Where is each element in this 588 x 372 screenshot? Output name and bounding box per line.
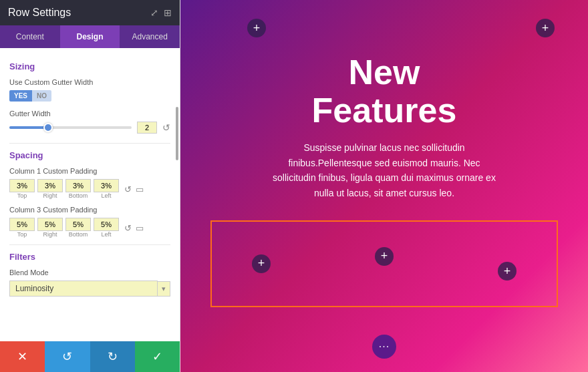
dots-menu-button[interactable]: ··· <box>372 335 396 359</box>
col1-pad-icons: ↺ ▭ <box>124 184 144 194</box>
toggle-no-button[interactable]: NO <box>32 90 51 102</box>
col3-top-label: Top <box>17 231 27 238</box>
tab-content[interactable]: Content <box>0 25 60 48</box>
panel-header: Row Settings ⤢ ⊞ <box>0 0 180 25</box>
divider-1 <box>9 143 170 144</box>
col1-bottom-cell: 3% Bottom <box>65 179 91 199</box>
custom-gutter-label: Use Custom Gutter Width <box>9 78 170 86</box>
col3-pad-icons: ↺ ▭ <box>124 223 144 233</box>
col1-top-label: Top <box>17 192 27 199</box>
blend-mode-select-row: Luminosity Normal Multiply Screen Overla… <box>9 281 170 297</box>
col3-top-box[interactable]: 5% <box>9 218 35 231</box>
plus-button-inner-right[interactable]: + <box>498 262 517 281</box>
redo-button[interactable]: ↻ <box>90 341 135 372</box>
col1-left-box[interactable]: 3% <box>94 179 119 192</box>
col3-bottom-label: Bottom <box>69 231 88 238</box>
col3-left-cell: 5% Left <box>94 218 119 238</box>
col3-right-cell: 5% Right <box>37 218 63 238</box>
col3-bottom-box[interactable]: 5% <box>65 218 91 231</box>
toggle-yes-button[interactable]: YES <box>9 90 32 102</box>
scroll-indicator <box>176 107 178 160</box>
plus-button-inner-center[interactable]: + <box>375 247 394 266</box>
plus-button-inner-left[interactable]: + <box>252 254 271 273</box>
select-arrow-icon: ▾ <box>158 281 170 297</box>
col1-device-icon[interactable]: ▭ <box>136 184 144 194</box>
spacing-title: Spacing <box>9 150 170 160</box>
hero-subtitle: Suspisse pulvinar lacus nec sollicitudin… <box>271 140 498 200</box>
col3-device-icon[interactable]: ▭ <box>136 223 144 233</box>
slider-thumb[interactable] <box>43 123 53 132</box>
col1-reset-icon[interactable]: ↺ <box>124 184 132 194</box>
sizing-section: Sizing Use Custom Gutter Width YES NO Gu… <box>9 61 170 134</box>
col1-right-cell: 3% Right <box>37 179 63 199</box>
tab-design[interactable]: Design <box>60 25 120 48</box>
col3-left-box[interactable]: 5% <box>94 218 119 231</box>
close-icon[interactable]: ⊞ <box>164 7 172 18</box>
divider-2 <box>9 244 170 245</box>
hero-text-block: NewFeatures Suspisse pulvinar lacus nec … <box>271 53 498 200</box>
col1-top-box[interactable]: 3% <box>9 179 35 192</box>
plus-button-top-right[interactable]: + <box>536 19 555 37</box>
hero-title: NewFeatures <box>271 53 498 130</box>
col1-right-label: Right <box>43 192 57 199</box>
col1-padding-label: Column 1 Custom Padding <box>9 167 170 175</box>
plus-button-top-left[interactable]: + <box>247 19 266 37</box>
spacing-section: Spacing Column 1 Custom Padding 3% Top 3… <box>9 150 170 238</box>
col3-right-label: Right <box>43 231 57 238</box>
col3-left-label: Left <box>101 231 111 238</box>
col1-right-box[interactable]: 3% <box>37 179 63 192</box>
sizing-title: Sizing <box>9 61 170 71</box>
col3-top-cell: 5% Top <box>9 218 35 238</box>
tab-advanced[interactable]: Advanced <box>120 25 180 48</box>
blend-mode-label: Blend Mode <box>9 268 170 276</box>
col1-left-label: Left <box>101 192 111 199</box>
col1-bottom-box[interactable]: 3% <box>65 179 91 192</box>
panel-body: Sizing Use Custom Gutter Width YES NO Gu… <box>0 48 180 341</box>
left-panel: Row Settings ⤢ ⊞ Content Design Advanced… <box>0 0 180 372</box>
col3-padding-label: Column 3 Custom Padding <box>9 206 170 214</box>
col1-left-cell: 3% Left <box>94 179 119 199</box>
gutter-slider-track[interactable] <box>9 126 132 129</box>
custom-gutter-toggle-row: YES NO <box>9 90 170 102</box>
panel-header-icons: ⤢ ⊞ <box>150 7 172 18</box>
col3-reset-icon[interactable]: ↺ <box>124 223 132 233</box>
col3-padding-row: 5% Top 5% Right 5% Bottom 5% Left ↺ ▭ <box>9 218 170 238</box>
blend-mode-select[interactable]: Luminosity Normal Multiply Screen Overla… <box>9 281 158 297</box>
gutter-width-slider-row: 2 ↺ <box>9 122 170 134</box>
canvas-panel: + + NewFeatures Suspisse pulvinar lacus … <box>180 0 588 372</box>
cancel-button[interactable]: ✕ <box>0 341 45 372</box>
orange-box: + + + <box>210 220 558 307</box>
filters-title: Filters <box>9 252 170 262</box>
panel-tabs: Content Design Advanced <box>0 25 180 48</box>
expand-icon[interactable]: ⤢ <box>150 7 158 18</box>
col1-padding-row: 3% Top 3% Right 3% Bottom 3% Left ↺ ▭ <box>9 179 170 199</box>
panel-footer: ✕ ↺ ↻ ✓ <box>0 341 180 372</box>
gutter-reset-icon[interactable]: ↺ <box>162 122 170 133</box>
col1-top-cell: 3% Top <box>9 179 35 199</box>
gutter-width-label: Gutter Width <box>9 110 170 118</box>
col1-bottom-label: Bottom <box>69 192 88 199</box>
gutter-value-box[interactable]: 2 <box>137 122 157 134</box>
filters-section: Filters Blend Mode Luminosity Normal Mul… <box>9 252 170 297</box>
panel-title: Row Settings <box>8 7 71 19</box>
confirm-button[interactable]: ✓ <box>135 341 180 372</box>
undo-button[interactable]: ↺ <box>45 341 90 372</box>
col3-bottom-cell: 5% Bottom <box>65 218 91 238</box>
col3-right-box[interactable]: 5% <box>37 218 63 231</box>
slider-fill <box>9 126 46 129</box>
